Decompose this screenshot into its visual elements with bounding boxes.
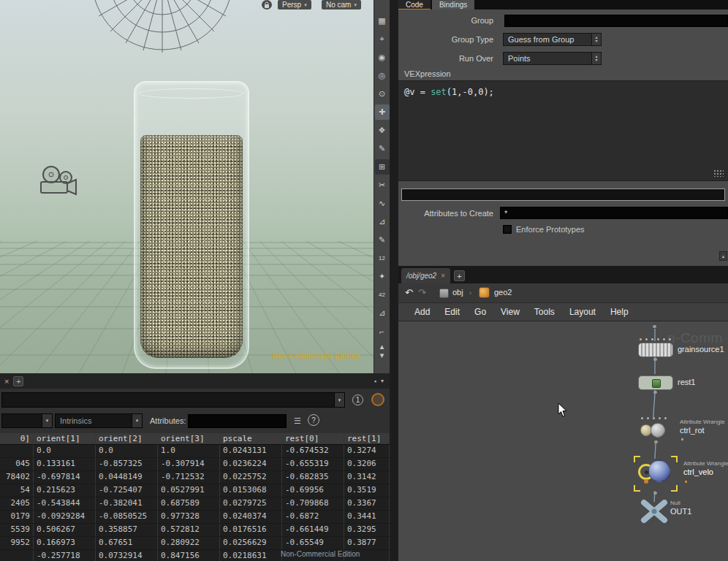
breadcrumb-obj[interactable]: obj	[452, 288, 463, 297]
pin-selection-icon[interactable]	[371, 393, 384, 406]
menu-help[interactable]: Help	[603, 303, 636, 321]
frame42-icon[interactable]: 42	[375, 287, 390, 302]
menu-edit[interactable]: Edit	[437, 303, 467, 321]
table-row[interactable]: 0450.133161-0.857325-0.3079140.0236224-0…	[0, 458, 390, 471]
tab-bindings[interactable]: Bindings	[432, 0, 474, 9]
table-cell: 0.133161	[34, 458, 96, 470]
group-type-dropdown[interactable]: Guess from Group ▴▾	[503, 33, 602, 46]
node-wires	[398, 321, 728, 561]
snap-icon[interactable]: ⊞	[375, 159, 390, 175]
attributes-to-create-input[interactable]	[500, 207, 728, 219]
enforce-prototypes-checkbox[interactable]	[503, 225, 512, 234]
brush-icon[interactable]: ⊿	[375, 214, 390, 229]
node-output-dot[interactable]	[654, 440, 658, 443]
resize-grip-icon[interactable]	[713, 169, 724, 177]
scroll-down-icon[interactable]: ▾	[375, 351, 390, 359]
menu-go[interactable]: Go	[467, 303, 493, 321]
column-options-icon[interactable]: ☰	[291, 414, 304, 427]
node-output-dot[interactable]	[653, 358, 657, 361]
select-icon[interactable]: ⌖	[375, 31, 390, 47]
class-dropdown[interactable]: ▾	[1, 413, 53, 428]
add-tab-icon[interactable]: +	[454, 270, 465, 281]
table-row[interactable]: 78402-0.6978140.0448149-0.7125320.022575…	[0, 471, 390, 484]
lock-icon[interactable]: ◉	[375, 50, 390, 65]
attributes-filter-input[interactable]	[188, 414, 287, 428]
menu-layout[interactable]: Layout	[562, 303, 603, 321]
column-header[interactable]: orient[3]	[158, 433, 220, 444]
camera-select-button[interactable]: No cam ▾	[322, 0, 361, 9]
table-row[interactable]: 2405-0.543844-0.3820410.6875890.0279725-…	[0, 497, 390, 511]
pane-splitter[interactable]	[390, 0, 398, 561]
add-tab-icon[interactable]: +	[13, 376, 23, 386]
corner-icon[interactable]: ⌐	[375, 324, 390, 339]
flag-icon[interactable]: ✦	[375, 269, 390, 284]
pencil-icon[interactable]: ✎	[375, 232, 390, 248]
column-header[interactable]: rest[0]	[282, 433, 344, 444]
node-flag-dot[interactable]	[681, 438, 683, 440]
snippet-status-bar[interactable]	[401, 188, 725, 201]
intrinsics-dropdown[interactable]: Intrinsics ▾	[55, 413, 143, 428]
viewport-lock-icon[interactable]	[262, 0, 272, 9]
help-icon[interactable]: ?	[308, 414, 319, 426]
network-tab[interactable]: /obj/geo2 ×	[401, 268, 450, 283]
scroll-up-icon[interactable]: ▴	[719, 251, 727, 261]
geometry-spreadsheet[interactable]: 0] orient[1] orient[2] orient[3] pscale …	[0, 433, 390, 561]
table-row[interactable]: 0179-0.0929284-0.08505250.9773280.024037…	[0, 511, 390, 524]
column-header[interactable]: 0]	[0, 433, 34, 444]
group-input[interactable]	[504, 15, 728, 27]
ruler-icon[interactable]: ⊿	[375, 305, 390, 321]
column-header[interactable]: orient[1]	[34, 433, 96, 444]
menu-tools[interactable]: Tools	[527, 303, 562, 321]
orbit-icon[interactable]: ⊙	[375, 86, 390, 102]
table-row[interactable]: 99520.1669730.676510.2809220.0256629-0.6…	[0, 537, 390, 550]
pane-menu-icon[interactable]: ▾	[379, 378, 390, 384]
wire-connector-dot[interactable]	[653, 325, 656, 328]
scroll-up-icon[interactable]: ▴	[375, 342, 390, 351]
table-cell: -0.682835	[282, 471, 344, 484]
slice-icon[interactable]: ✂	[375, 178, 390, 193]
run-over-dropdown[interactable]: Points ▴▾	[503, 52, 602, 65]
table-row[interactable]: 55390.5062670.3588570.5728120.0176516-0.…	[0, 524, 390, 537]
breadcrumb-geo2[interactable]: geo2	[494, 288, 512, 297]
forward-icon[interactable]: ↷	[416, 286, 428, 299]
pane-square-icon[interactable]: ▪	[371, 378, 379, 385]
character-icon[interactable]: ✎	[375, 141, 390, 156]
table-row[interactable]: 0.00.01.00.0243131-0.6745320.3274	[0, 445, 390, 458]
menu-view[interactable]: View	[493, 303, 527, 321]
back-icon[interactable]: ↶	[403, 286, 415, 299]
vex-code-editor[interactable]: @v = set(1,-0,0);	[398, 80, 728, 181]
node-ctrl-rot[interactable]	[638, 421, 669, 440]
menu-add[interactable]: Add	[407, 303, 437, 321]
node-input-dots[interactable]	[641, 417, 667, 419]
tab-code[interactable]: Code	[398, 0, 431, 9]
frame12-icon[interactable]: 12	[375, 251, 390, 266]
column-header[interactable]: pscale	[220, 433, 282, 444]
attributes-label: Attributes:	[150, 416, 186, 425]
column-header[interactable]: rest[1]	[344, 433, 390, 444]
column-header[interactable]: orient[2]	[96, 433, 158, 444]
network-canvas[interactable]: n-Comm grainsource1	[398, 321, 728, 561]
pane-link-badge[interactable]: 1	[352, 394, 363, 405]
close-icon[interactable]: ×	[441, 272, 445, 280]
3d-viewport[interactable]: Persp ▾ No cam ▾ Non-Commercial Edition	[0, 0, 374, 373]
flashlight-icon[interactable]: ✚	[375, 104, 390, 120]
table-row[interactable]: 540.215623-0.7254070.05279910.0153068-0.…	[0, 484, 390, 497]
node-input-dots[interactable]	[640, 338, 671, 340]
pin-icon[interactable]: ◎	[375, 68, 390, 83]
node-path-dropdown[interactable]: ▾	[1, 392, 345, 408]
node-flag-dot[interactable]	[685, 481, 687, 483]
layout-icon[interactable]: ▦	[375, 13, 390, 28]
droplet-icon[interactable]: ❖	[375, 123, 390, 138]
perspective-view-button[interactable]: Persp ▾	[278, 0, 311, 9]
node-output-dot[interactable]	[653, 391, 657, 394]
node-grainsource1[interactable]	[638, 343, 673, 357]
table-header-row: 0] orient[1] orient[2] orient[3] pscale …	[0, 433, 390, 445]
camera-gizmo[interactable]	[41, 167, 76, 194]
node-output-dot[interactable]	[653, 492, 657, 495]
node-ctrl-velo[interactable]	[637, 459, 675, 489]
node-rest1[interactable]	[638, 375, 673, 390]
path-icon[interactable]: ∿	[375, 196, 390, 211]
close-icon[interactable]: ×	[0, 377, 13, 386]
node-out1[interactable]	[640, 500, 669, 523]
table-cell: -0.674532	[282, 445, 344, 457]
